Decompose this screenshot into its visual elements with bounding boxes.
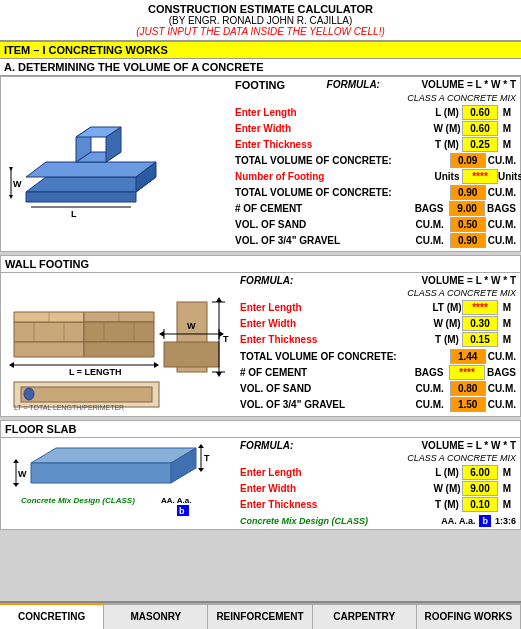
wall-length-input[interactable]: **** bbox=[462, 300, 498, 315]
floor-slab-data-area: FORMULA: VOLUME = L * W * T CLASS A CONC… bbox=[236, 438, 520, 529]
footing-total-footing-row: TOTAL VOLUME OF CONCRETE: 0.90 CU.M. bbox=[235, 185, 516, 200]
svg-marker-54 bbox=[13, 459, 19, 463]
svg-text:L: L bbox=[71, 209, 77, 219]
slab-thickness-input[interactable]: 0.10 bbox=[462, 497, 498, 512]
footing-total-footing-label: TOTAL VOLUME OF CONCRETE: bbox=[235, 187, 450, 198]
footing-cement-label: # OF CEMENT bbox=[235, 203, 409, 214]
mix-ratio: 1:3:6 bbox=[495, 516, 516, 526]
svg-point-44 bbox=[24, 388, 34, 400]
slab-length-unit-label: L (M) bbox=[432, 467, 462, 478]
footing-title: FOOTING bbox=[235, 79, 285, 91]
header: CONSTRUCTION ESTIMATE CALCULATOR (BY ENG… bbox=[0, 0, 521, 41]
wall-sand-row: VOL. OF SAND CU.M. 0.80 CU.M. bbox=[240, 381, 516, 396]
wall-cement-row: # OF CEMENT BAGS **** BAGS bbox=[240, 365, 516, 380]
footing-length-input[interactable]: 0.60 bbox=[462, 105, 498, 120]
slab-class-label: CLASS A CONCRETE MIX bbox=[240, 453, 516, 463]
tab-reinforcement[interactable]: REINFORCEMENT bbox=[208, 603, 312, 629]
tab-roofing-works[interactable]: ROOFING WORKS bbox=[417, 603, 521, 629]
footing-num-unit2: Units bbox=[498, 171, 516, 182]
wall-footing-inner: L = LENGTH T W bbox=[1, 273, 520, 416]
svg-text:W: W bbox=[18, 469, 27, 479]
footing-gravel-unit2: CU.M. bbox=[488, 235, 516, 246]
svg-marker-51 bbox=[198, 468, 204, 472]
footing-width-row: Enter Width W (M) 0.60 M bbox=[235, 121, 516, 136]
wall-width-row: Enter Width W (M) 0.30 M bbox=[240, 316, 516, 331]
svg-text:b: b bbox=[179, 506, 185, 516]
mix-col2[interactable]: b bbox=[479, 515, 491, 527]
svg-marker-50 bbox=[198, 444, 204, 448]
footing-width-label: Enter Width bbox=[235, 123, 432, 134]
footing-length-unit-label: L (M) bbox=[432, 107, 462, 118]
wall-formula-label: FORMULA: bbox=[240, 275, 293, 286]
footing-num-value[interactable]: **** bbox=[462, 169, 498, 184]
svg-text:Concrete Mix Design (CLASS): Concrete Mix Design (CLASS) bbox=[21, 496, 135, 505]
svg-rect-29 bbox=[164, 342, 219, 367]
svg-text:AA. A.a.: AA. A.a. bbox=[161, 496, 191, 505]
footing-length-label: Enter Length bbox=[235, 107, 432, 118]
footing-formula-value: VOLUME = L * W * T bbox=[421, 79, 516, 91]
footing-total-vol-value: 0.09 bbox=[450, 153, 486, 168]
wall-gravel-unit: CU.M. bbox=[410, 399, 450, 410]
slab-thickness-unit: M bbox=[498, 499, 516, 510]
svg-marker-2 bbox=[26, 162, 156, 177]
wall-total-vol-row: TOTAL VOLUME OF CONCRETE: 1.44 CU.M. bbox=[240, 349, 516, 364]
svg-text:T: T bbox=[223, 334, 229, 344]
footing-total-footing-unit: CU.M. bbox=[488, 187, 516, 198]
svg-marker-26 bbox=[154, 362, 159, 368]
wall-cement-unit2: BAGS bbox=[487, 367, 516, 378]
slab-thickness-row: Enter Thickness T (M) 0.10 M bbox=[240, 497, 516, 512]
tab-carpentry[interactable]: CARPENTRY bbox=[313, 603, 417, 629]
footing-thickness-unit-label: T (M) bbox=[432, 139, 462, 150]
wall-formula-value: VOLUME = L * W * T bbox=[421, 275, 516, 286]
section-a-label: A. DETERMINING THE VOLUME OF A CONCRETE bbox=[0, 59, 521, 76]
footing-thickness-input[interactable]: 0.25 bbox=[462, 137, 498, 152]
svg-marker-17 bbox=[84, 342, 154, 357]
footing-diagram-area: W L bbox=[1, 77, 231, 251]
svg-marker-15 bbox=[84, 322, 154, 342]
slab-length-input[interactable]: 6.00 bbox=[462, 465, 498, 480]
svg-marker-16 bbox=[14, 342, 84, 357]
slab-width-input[interactable]: 9.00 bbox=[462, 481, 498, 496]
svg-marker-46 bbox=[31, 448, 196, 463]
slab-width-unit-label: W (M) bbox=[432, 483, 462, 494]
footing-formula-label: FORMULA: bbox=[327, 79, 380, 91]
footing-total-vol-label: TOTAL VOLUME OF CONCRETE: bbox=[235, 155, 450, 166]
svg-text:W: W bbox=[187, 321, 196, 331]
slab-formula-label: FORMULA: bbox=[240, 440, 293, 451]
wall-gravel-unit2: CU.M. bbox=[488, 399, 516, 410]
slab-length-row: Enter Length L (M) 6.00 M bbox=[240, 465, 516, 480]
slab-width-unit: M bbox=[498, 483, 516, 494]
wall-footing-data-area: FORMULA: VOLUME = L * W * T CLASS A CONC… bbox=[236, 273, 520, 416]
footing-cement-unit2: BAGS bbox=[487, 203, 516, 214]
footing-sand-unit2: CU.M. bbox=[488, 219, 516, 230]
wall-length-label: Enter Length bbox=[240, 302, 432, 313]
footing-total-vol-unit: CU.M. bbox=[488, 155, 516, 166]
footing-sand-unit: CU.M. bbox=[410, 219, 450, 230]
footing-width-input[interactable]: 0.60 bbox=[462, 121, 498, 136]
svg-marker-39 bbox=[159, 331, 164, 337]
footing-total-footing-value: 0.90 bbox=[450, 185, 486, 200]
svg-rect-43 bbox=[21, 387, 152, 402]
footing-inner: W L FOOTING bbox=[1, 77, 520, 251]
wall-width-input[interactable]: 0.30 bbox=[462, 316, 498, 331]
slab-width-label: Enter Width bbox=[240, 483, 432, 494]
tab-masonry[interactable]: MASONRY bbox=[104, 603, 208, 629]
wall-thickness-input[interactable]: 0.15 bbox=[462, 332, 498, 347]
wall-cement-value: **** bbox=[449, 365, 485, 380]
svg-marker-47 bbox=[31, 463, 171, 483]
footing-sand-value: 0.50 bbox=[450, 217, 486, 232]
slab-length-label: Enter Length bbox=[240, 467, 432, 478]
tab-concreting[interactable]: CONCRETING bbox=[0, 603, 104, 629]
wall-class-label: CLASS A CONCRETE MIX bbox=[240, 288, 516, 298]
floor-slab-title: FLOOR SLAB bbox=[1, 421, 520, 438]
footing-section: W L FOOTING bbox=[0, 76, 521, 252]
wall-length-unit: M bbox=[498, 302, 516, 313]
wall-gravel-row: VOL. OF 3/4" GRAVEL CU.M. 1.50 CU.M. bbox=[240, 397, 516, 412]
footing-length-row: Enter Length L (M) 0.60 M bbox=[235, 105, 516, 120]
wall-thickness-label: Enter Thickness bbox=[240, 334, 432, 345]
footing-thickness-row: Enter Thickness T (M) 0.25 M bbox=[235, 137, 516, 152]
wall-thickness-unit-label: T (M) bbox=[432, 334, 462, 345]
svg-marker-34 bbox=[216, 372, 222, 377]
footing-num-unit: Units bbox=[432, 171, 462, 182]
svg-marker-12 bbox=[14, 322, 84, 342]
